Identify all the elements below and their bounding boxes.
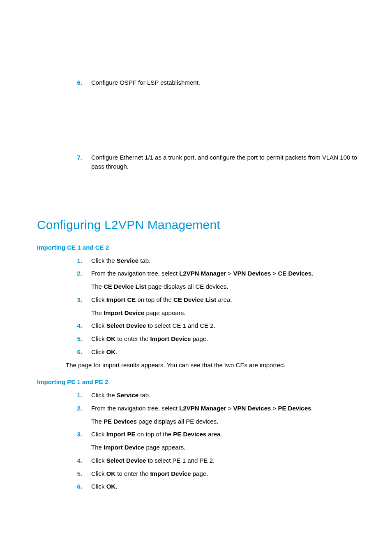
step-number: 5. xyxy=(66,469,91,478)
step-text: From the navigation tree, select L2VPN M… xyxy=(91,269,359,278)
step-number: 2. xyxy=(66,269,91,278)
step-number: 1. xyxy=(66,256,91,265)
step-number: 5. xyxy=(66,334,91,343)
ce-step: 6.Click OK. xyxy=(66,348,359,357)
top-step: 6.Configure OSPF for LSP establishment. xyxy=(66,78,359,87)
step-number: 1. xyxy=(66,391,91,400)
ce-step: 5.Click OK to enter the Import Device pa… xyxy=(66,334,359,343)
pe-step: 3.Click Import PE on top of the PE Devic… xyxy=(66,430,359,439)
ce-step: 2.From the navigation tree, select L2VPN… xyxy=(66,269,359,278)
pe-step: 4.Click Select Device to select PE 1 and… xyxy=(66,456,359,465)
step-text: Click Import PE on top of the PE Devices… xyxy=(91,430,359,439)
step-text: Configure OSPF for LSP establishment. xyxy=(91,78,359,87)
step-text: Click the Service tab. xyxy=(91,256,359,265)
step-number: 4. xyxy=(66,456,91,465)
section-heading: Configuring L2VPN Management xyxy=(37,216,359,234)
ce-step: 3.Click Import CE on top of the CE Devic… xyxy=(66,295,359,304)
step-text: Click Select Device to select CE 1 and C… xyxy=(91,321,359,330)
step-text: Click OK. xyxy=(91,482,359,491)
step-number: 6. xyxy=(66,348,91,357)
step-number: 3. xyxy=(66,295,91,304)
pe-step: 1.Click the Service tab. xyxy=(66,391,359,400)
pe-step: 5.Click OK to enter the Import Device pa… xyxy=(66,469,359,478)
step-number: 4. xyxy=(66,321,91,330)
step-text: From the navigation tree, select L2VPN M… xyxy=(91,404,359,413)
ce-steps-list: 1.Click the Service tab.2.From the navig… xyxy=(37,256,359,370)
step-text: Click Select Device to select PE 1 and P… xyxy=(91,456,359,465)
step-number: 6. xyxy=(66,482,91,491)
pe-subheading: Importing PE 1 and PE 2 xyxy=(37,378,359,387)
step-text: Click OK. xyxy=(91,348,359,357)
top-steps-list: 6.Configure OSPF for LSP establishment.7… xyxy=(37,78,359,171)
step-number: 3. xyxy=(66,430,91,439)
step-text: Click OK to enter the Import Device page… xyxy=(91,469,359,478)
document-page: 6.Configure OSPF for LSP establishment.7… xyxy=(0,78,392,533)
step-text: Click OK to enter the Import Device page… xyxy=(91,334,359,343)
ce-step: 4.Click Select Device to select CE 1 and… xyxy=(66,321,359,330)
top-step: 7.Configure Ethernet 1/1 as a trunk port… xyxy=(66,153,359,171)
step-follow-text: The PE Devices page displays all PE devi… xyxy=(91,417,359,426)
step-follow-text: The Import Device page appears. xyxy=(91,308,359,317)
step-follow-text: The Import Device page appears. xyxy=(91,443,359,452)
ce-after-text: The page for import results appears. You… xyxy=(66,361,359,370)
step-text: Click Import CE on top of the CE Device … xyxy=(91,295,359,304)
step-number: 2. xyxy=(66,404,91,413)
step-number: 6. xyxy=(66,78,91,87)
pe-steps-list: 1.Click the Service tab.2.From the navig… xyxy=(37,391,359,491)
pe-step: 2.From the navigation tree, select L2VPN… xyxy=(66,404,359,413)
step-number: 7. xyxy=(66,153,91,162)
step-text: Click the Service tab. xyxy=(91,391,359,400)
ce-step: 1.Click the Service tab. xyxy=(66,256,359,265)
step-text: Configure Ethernet 1/1 as a trunk port, … xyxy=(91,153,359,171)
step-follow-text: The CE Device List page displays all CE … xyxy=(91,282,359,291)
ce-subheading: Importing CE 1 and CE 2 xyxy=(37,243,359,252)
pe-step: 6.Click OK. xyxy=(66,482,359,491)
